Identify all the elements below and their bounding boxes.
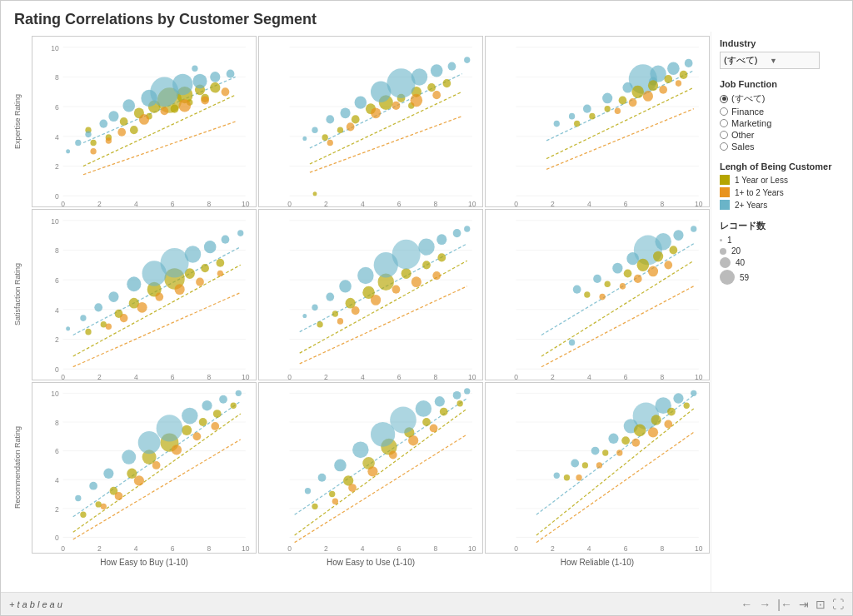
radio-item-other[interactable]: Other bbox=[720, 130, 844, 140]
svg-point-366 bbox=[673, 393, 683, 403]
svg-point-244 bbox=[626, 252, 639, 265]
svg-point-215 bbox=[339, 280, 352, 292]
svg-text:4: 4 bbox=[587, 200, 591, 206]
svg-point-86 bbox=[432, 91, 441, 99]
svg-text:4: 4 bbox=[55, 132, 59, 141]
svg-text:6: 6 bbox=[397, 200, 402, 206]
svg-text:6: 6 bbox=[397, 544, 402, 552]
svg-point-120 bbox=[583, 105, 591, 113]
svg-text:6: 6 bbox=[397, 373, 402, 380]
nav-share-icon[interactable]: ⇥ bbox=[799, 598, 809, 611]
svg-point-370 bbox=[571, 459, 579, 467]
svg-point-329 bbox=[329, 491, 335, 497]
svg-point-290 bbox=[213, 410, 222, 418]
svg-point-171 bbox=[175, 284, 185, 295]
svg-point-181 bbox=[222, 236, 230, 244]
y-label-expertise: Expertise Rating bbox=[13, 94, 22, 149]
length-label-2plus: 2+ Years bbox=[735, 201, 767, 210]
svg-point-49 bbox=[192, 74, 207, 89]
svg-text:8: 8 bbox=[661, 373, 665, 380]
svg-text:0: 0 bbox=[287, 544, 292, 552]
svg-point-183 bbox=[80, 315, 86, 321]
svg-point-348 bbox=[464, 388, 470, 394]
svg-point-301 bbox=[138, 431, 161, 454]
svg-point-80 bbox=[442, 79, 451, 87]
radio-circle-sales bbox=[720, 142, 728, 151]
tableau-logo: + t a b l e a u bbox=[9, 599, 62, 609]
nav-first-icon[interactable]: |← bbox=[777, 598, 792, 611]
svg-point-29 bbox=[171, 105, 179, 113]
svg-text:0: 0 bbox=[61, 544, 65, 552]
radio-circle-marketing bbox=[720, 119, 728, 127]
length-label-1yr: 1 Year or Less bbox=[735, 176, 788, 185]
scatter-panel-2-1: 10 8 6 4 2 0 0 2 4 6 8 10 bbox=[32, 209, 257, 380]
svg-point-219 bbox=[418, 238, 434, 255]
svg-point-56 bbox=[66, 149, 70, 153]
svg-point-258 bbox=[620, 283, 626, 290]
svg-point-170 bbox=[155, 292, 163, 301]
svg-point-45 bbox=[122, 99, 135, 112]
svg-text:2: 2 bbox=[55, 504, 59, 513]
svg-point-381 bbox=[631, 439, 640, 447]
svg-point-296 bbox=[192, 432, 201, 440]
svg-point-216 bbox=[357, 267, 373, 284]
svg-point-179 bbox=[185, 246, 201, 262]
tableau-container: Rating Correlations by Customer Segment … bbox=[0, 0, 853, 616]
svg-text:0: 0 bbox=[55, 192, 59, 201]
svg-point-52 bbox=[85, 131, 91, 137]
industry-dropdown[interactable]: (すべて) ▼ bbox=[720, 52, 820, 69]
svg-point-127 bbox=[664, 75, 672, 83]
job-function-section: Job Function (すべて) Finance Market bbox=[720, 79, 844, 152]
nav-forward-icon[interactable]: → bbox=[759, 598, 771, 611]
svg-point-97 bbox=[302, 137, 307, 141]
svg-point-308 bbox=[236, 390, 242, 396]
svg-line-281 bbox=[73, 401, 241, 516]
svg-point-178 bbox=[160, 248, 188, 278]
scatter-panel-1-2: 0 2 4 6 8 10 bbox=[258, 36, 483, 207]
svg-point-383 bbox=[664, 420, 672, 429]
svg-point-84 bbox=[392, 102, 401, 110]
svg-point-128 bbox=[619, 96, 627, 104]
svg-point-48 bbox=[172, 74, 192, 96]
svg-point-293 bbox=[134, 475, 144, 485]
svg-point-259 bbox=[599, 294, 605, 301]
svg-point-304 bbox=[202, 400, 212, 410]
record-count-40: 40 bbox=[736, 258, 745, 267]
svg-point-249 bbox=[637, 259, 650, 271]
svg-text:10: 10 bbox=[468, 544, 476, 552]
svg-point-169 bbox=[137, 302, 147, 313]
radio-circle-other bbox=[720, 131, 728, 139]
svg-text:6: 6 bbox=[171, 373, 175, 380]
svg-point-297 bbox=[101, 504, 107, 509]
radio-circle-finance bbox=[720, 107, 728, 116]
svg-point-368 bbox=[608, 434, 618, 444]
svg-point-21 bbox=[120, 117, 128, 126]
svg-point-257 bbox=[664, 261, 672, 269]
radio-item-finance[interactable]: Finance bbox=[720, 107, 844, 117]
svg-point-298 bbox=[211, 422, 219, 430]
nav-fullscreen-icon[interactable]: ⛶ bbox=[832, 598, 844, 611]
length-legend-1yr: 1 Year or Less bbox=[720, 175, 844, 185]
svg-point-246 bbox=[593, 275, 601, 283]
svg-point-77 bbox=[427, 83, 436, 92]
radio-item-marketing[interactable]: Marketing bbox=[720, 118, 844, 128]
radio-item-sales[interactable]: Sales bbox=[720, 142, 844, 152]
y-label-recommendation: Recommendation Rating bbox=[13, 426, 22, 509]
svg-point-118 bbox=[622, 82, 632, 93]
nav-back-icon[interactable]: ← bbox=[741, 598, 752, 611]
radio-item-all[interactable]: (すべて) bbox=[720, 92, 844, 105]
svg-line-240 bbox=[541, 244, 694, 335]
svg-point-173 bbox=[106, 323, 112, 330]
radio-label-sales: Sales bbox=[731, 142, 755, 152]
svg-text:10: 10 bbox=[695, 200, 703, 206]
svg-point-184 bbox=[237, 230, 243, 236]
svg-point-41 bbox=[106, 137, 112, 144]
svg-point-44 bbox=[108, 111, 118, 122]
svg-point-386 bbox=[576, 474, 581, 480]
svg-point-253 bbox=[605, 281, 611, 287]
nav-download-icon[interactable]: ⊡ bbox=[816, 598, 826, 611]
svg-point-211 bbox=[392, 286, 401, 294]
svg-point-89 bbox=[355, 96, 367, 108]
svg-point-53 bbox=[227, 70, 235, 78]
svg-point-305 bbox=[219, 395, 227, 404]
